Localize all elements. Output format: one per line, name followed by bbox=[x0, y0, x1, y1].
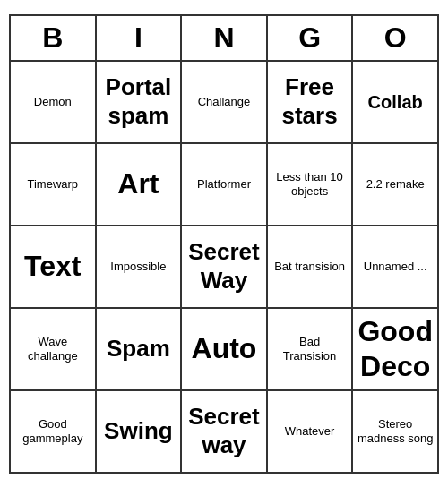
bingo-cell-1-4: 2.2 remake bbox=[353, 144, 437, 225]
bingo-cell-3-0: Wave challange bbox=[11, 309, 97, 389]
bingo-grid: DemonPortal spamChallangeFree starsColla… bbox=[11, 62, 437, 472]
bingo-cell-2-0: Text bbox=[11, 226, 97, 307]
bingo-cell-0-4: Collab bbox=[353, 62, 437, 142]
bingo-cell-1-1: Art bbox=[97, 144, 183, 225]
bingo-row-3: Wave challangeSpamAutoBad TransisionGood… bbox=[11, 309, 437, 391]
bingo-cell-0-1: Portal spam bbox=[97, 62, 183, 142]
bingo-cell-4-2: Secret way bbox=[182, 391, 268, 472]
bingo-cell-2-2: Secret Way bbox=[182, 226, 268, 307]
bingo-cell-3-3: Bad Transision bbox=[268, 309, 354, 389]
header-letter-I: I bbox=[97, 16, 183, 60]
header-letter-O: O bbox=[353, 16, 437, 60]
bingo-header: BINGO bbox=[11, 16, 437, 62]
bingo-cell-1-2: Platformer bbox=[182, 144, 268, 225]
bingo-row-2: TextImpossibleSecret WayBat transisionUn… bbox=[11, 226, 437, 309]
bingo-cell-3-4: Good Deco bbox=[353, 309, 437, 389]
bingo-cell-4-4: Stereo madness song bbox=[353, 391, 437, 472]
bingo-cell-2-4: Unnamed ... bbox=[353, 226, 437, 307]
bingo-cell-0-3: Free stars bbox=[268, 62, 354, 142]
bingo-row-1: TimewarpArtPlatformerLess than 10 object… bbox=[11, 144, 437, 226]
bingo-cell-1-3: Less than 10 objects bbox=[268, 144, 354, 225]
header-letter-N: N bbox=[182, 16, 268, 60]
bingo-cell-2-3: Bat transision bbox=[268, 226, 354, 307]
bingo-cell-4-0: Good gammeplay bbox=[11, 391, 97, 472]
bingo-cell-3-1: Spam bbox=[97, 309, 183, 389]
bingo-cell-0-2: Challange bbox=[182, 62, 268, 142]
bingo-cell-2-1: Impossible bbox=[97, 226, 183, 307]
bingo-cell-1-0: Timewarp bbox=[11, 144, 97, 225]
bingo-row-4: Good gammeplaySwingSecret wayWhateverSte… bbox=[11, 391, 437, 472]
bingo-cell-4-3: Whatever bbox=[268, 391, 354, 472]
bingo-cell-0-0: Demon bbox=[11, 62, 97, 142]
bingo-row-0: DemonPortal spamChallangeFree starsColla… bbox=[11, 62, 437, 144]
bingo-cell-3-2: Auto bbox=[182, 309, 268, 389]
header-letter-G: G bbox=[268, 16, 354, 60]
header-letter-B: B bbox=[11, 16, 97, 60]
bingo-cell-4-1: Swing bbox=[97, 391, 183, 472]
bingo-card: BINGO DemonPortal spamChallangeFree star… bbox=[9, 14, 439, 474]
